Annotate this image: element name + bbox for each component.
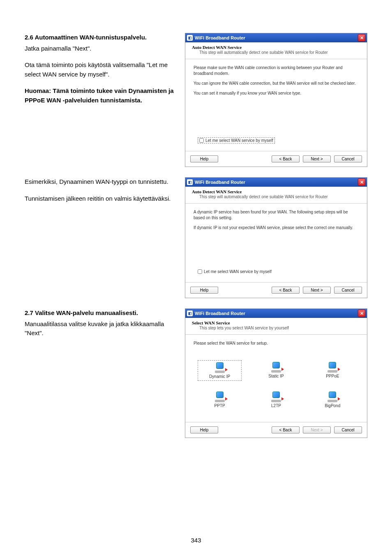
cancel-button[interactable]: Cancel [334, 155, 362, 162]
title-text: WiFi Broadband Router [195, 311, 358, 316]
para-1: Jatka painamalla "Next". [25, 44, 177, 53]
title-text: WiFi Broadband Router [195, 180, 358, 185]
wan-label: Dynamic IP [209, 374, 230, 379]
wan-l2tp[interactable]: L2TP [254, 390, 298, 410]
let-me-select-checkbox[interactable] [198, 269, 202, 274]
body-text-1: Please make sure the WAN cable connectio… [194, 65, 359, 76]
dialog-subtitle: This step lets you select WAN service by… [192, 326, 360, 330]
left-text-3: 2.7 Valitse WAN-palvelu manuaalisesti. M… [25, 308, 177, 438]
dialog-subtitle: This step will automatically detect one … [192, 50, 360, 55]
dialog-header: Auto Detect WAN Service This step will a… [185, 187, 367, 204]
titlebar: ◧ WiFi Broadband Router ✕ [185, 33, 367, 42]
cancel-button[interactable]: Cancel [334, 287, 362, 294]
close-icon[interactable]: ✕ [358, 178, 365, 186]
wan-icon [214, 392, 226, 402]
wan-icon [270, 362, 282, 373]
page-number: 343 [0, 537, 392, 544]
dialog-2-container: ◧ WiFi Broadband Router ✕ Auto Detect WA… [185, 177, 367, 298]
wan-icon [326, 362, 339, 373]
wan-bigpond[interactable]: BigPond [311, 390, 355, 410]
dialog-title: Select WAN Service [192, 320, 360, 325]
body-text-2: You can ignore the WAN cable connection,… [194, 81, 359, 86]
app-icon: ◧ [187, 179, 193, 185]
wan-label: L2TP [271, 403, 281, 408]
wan-label: Static IP [268, 374, 284, 378]
para-4: Tunnistamisen jälkeen reititin on valmis… [25, 194, 177, 204]
dialog-title: Auto Detect WAN Service [192, 45, 360, 50]
cancel-button[interactable]: Cancel [334, 426, 362, 433]
back-button[interactable]: < Back [272, 287, 300, 294]
dialog-footer: Help < Back Next > Cancel [185, 422, 367, 438]
next-button[interactable]: Next > [303, 155, 331, 162]
close-icon[interactable]: ✕ [358, 34, 365, 42]
dialog-3-container: ◧ WiFi Broadband Router ✕ Select WAN Ser… [185, 308, 367, 438]
body-text-1: A dynamic IP service has been found for … [194, 209, 359, 221]
checkbox-label[interactable]: Let me select WAN service by myself [198, 269, 272, 274]
body-text-3: You can set it manually if you know your… [194, 90, 359, 96]
dialog-footer: Help < Back Next > Cancel [185, 151, 367, 167]
wan-label: PPPoE [326, 374, 339, 378]
wan-dynamic-ip[interactable]: Dynamic IP [198, 360, 242, 381]
back-button[interactable]: < Back [272, 155, 300, 162]
checkbox-text: Let me select WAN service by myself [205, 138, 273, 143]
para-5: Manuaalitilassa valitse kuvake ja jatka … [25, 320, 177, 338]
help-button[interactable]: Help [190, 155, 218, 162]
dialog-body: A dynamic IP service has been found for … [185, 204, 367, 265]
note-1: Huomaa: Tämä toiminto tukee vain Dynaami… [25, 86, 177, 105]
checkbox-text: Let me select WAN service by myself [204, 269, 272, 274]
section-2-7: 2.7 Valitse WAN-palvelu manuaalisesti. M… [25, 308, 367, 438]
titlebar: ◧ WiFi Broadband Router ✕ [185, 178, 367, 187]
checkbox-label[interactable]: Let me select WAN service by myself [198, 137, 275, 144]
close-icon[interactable]: ✕ [358, 310, 365, 317]
next-button[interactable]: Next > [303, 287, 331, 294]
wan-pppoe[interactable]: PPPoE [311, 360, 355, 381]
wan-label: PPTP [214, 403, 225, 408]
dialog-select-wan: ◧ WiFi Broadband Router ✕ Select WAN Ser… [185, 308, 367, 438]
heading-2-6: 2.6 Automaattinen WAN-tunnistuspalvelu. [25, 33, 177, 42]
wan-icon [326, 392, 339, 402]
wan-label: BigPond [325, 403, 340, 408]
help-button[interactable]: Help [190, 287, 218, 294]
body-text-1: Please select the WAN service for setup. [194, 341, 359, 346]
dialog-auto-detect-1: ◧ WiFi Broadband Router ✕ Auto Detect WA… [185, 33, 367, 167]
dialog-header: Select WAN Service This step lets you se… [185, 318, 367, 335]
next-button[interactable]: Next > [303, 426, 331, 433]
wan-pptp[interactable]: PPTP [198, 390, 242, 410]
wan-icon [214, 362, 226, 373]
dialog-body: Please make sure the WAN cable connectio… [185, 59, 367, 133]
wan-service-grid: Dynamic IP Static IP PPPoE PPTP L2TP [185, 356, 367, 422]
left-text-1: 2.6 Automaattinen WAN-tunnistuspalvelu. … [25, 33, 177, 167]
dialog-title: Auto Detect WAN Service [192, 189, 360, 194]
para-3: Esimerkiksi, Dynaaminen WAN-tyyppi on tu… [25, 177, 177, 187]
checkbox-row: Let me select WAN service by myself [185, 265, 367, 282]
dialog-header: Auto Detect WAN Service This step will a… [185, 42, 367, 59]
dialog-1-container: ◧ WiFi Broadband Router ✕ Auto Detect WA… [185, 33, 367, 167]
back-button[interactable]: < Back [272, 426, 300, 433]
title-text: WiFi Broadband Router [195, 35, 358, 40]
wan-icon [270, 392, 282, 402]
app-icon: ◧ [187, 35, 193, 41]
dialog-footer: Help < Back Next > Cancel [185, 282, 367, 298]
titlebar: ◧ WiFi Broadband Router ✕ [185, 309, 367, 318]
app-icon: ◧ [187, 310, 193, 316]
checkbox-row: Let me select WAN service by myself [185, 133, 367, 151]
dialog-subtitle: This step will automatically detect one … [192, 195, 360, 199]
let-me-select-checkbox[interactable] [199, 138, 204, 143]
body-text-2: If dynamic IP is not your expected WAN s… [194, 225, 359, 231]
para-2: Ota tämä toiminto pois käytöstä valitsem… [25, 60, 177, 79]
dialog-body: Please select the WAN service for setup. [185, 335, 367, 356]
heading-2-7: 2.7 Valitse WAN-palvelu manuaalisesti. [25, 308, 177, 318]
left-text-2: Esimerkiksi, Dynaaminen WAN-tyyppi on tu… [25, 177, 177, 298]
section-example: Esimerkiksi, Dynaaminen WAN-tyyppi on tu… [25, 177, 367, 298]
dialog-auto-detect-2: ◧ WiFi Broadband Router ✕ Auto Detect WA… [185, 177, 367, 298]
help-button[interactable]: Help [190, 426, 218, 433]
section-2-6: 2.6 Automaattinen WAN-tunnistuspalvelu. … [25, 33, 367, 167]
wan-static-ip[interactable]: Static IP [254, 360, 298, 381]
